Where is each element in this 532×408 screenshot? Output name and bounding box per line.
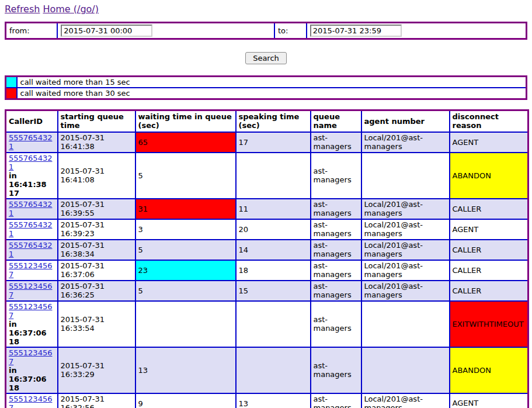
cell-disconnect-reason: CALLER <box>450 281 528 301</box>
caller-link[interactable]: 5557654321 <box>9 154 52 171</box>
cell-wait-time: 13 <box>135 347 236 393</box>
caller-link[interactable]: 5551234567 <box>9 348 52 366</box>
cell-start-time: 2015-07-31 16:39:55 <box>58 199 135 219</box>
cell-callerid: 5557654321 <box>6 132 58 153</box>
caller-link[interactable]: 5557654321 <box>9 220 52 238</box>
legend: call waited more than 15 sec call waited… <box>5 75 527 100</box>
caller-note: in 16:41:38 17 <box>9 171 55 198</box>
cell-queue-name: ast-managers <box>311 281 361 301</box>
header-disconnect-reason: disconnect reason <box>450 110 528 132</box>
cell-wait-time: 65 <box>135 132 236 153</box>
cell-agent-number <box>361 153 450 199</box>
to-date-input[interactable] <box>310 25 402 37</box>
table-row: 55576543212015-07-31 16:41:386517ast-man… <box>6 132 528 153</box>
cell-queue-name: ast-managers <box>311 240 361 260</box>
cell-queue-name: ast-managers <box>311 219 361 240</box>
header-agent-number: agent number <box>361 110 450 132</box>
cell-wait-time: 5 <box>135 281 236 301</box>
filter-row: from: to: <box>6 23 527 39</box>
cell-start-time: 2015-07-31 16:41:08 <box>58 153 135 199</box>
cell-speak-time: 20 <box>236 219 311 240</box>
cell-start-time: 2015-07-31 16:32:56 <box>58 393 135 408</box>
cell-agent-number: Local/201@ast-managers <box>361 240 450 260</box>
to-label: to: <box>274 23 307 39</box>
table-row: 55576543212015-07-31 16:38:34514ast-mana… <box>6 240 528 260</box>
to-cell <box>307 23 527 39</box>
search-row: Search <box>5 52 527 64</box>
cell-queue-name: ast-managers <box>311 347 361 393</box>
cell-speak-time <box>236 153 311 199</box>
cell-wait-time <box>135 301 236 347</box>
cell-speak-time: 11 <box>236 199 311 219</box>
search-button[interactable]: Search <box>245 52 287 64</box>
caller-link[interactable]: 5551234567 <box>9 282 52 299</box>
header-start-time: starting queue time <box>58 110 135 132</box>
header-queue-name: queue name <box>311 110 361 132</box>
cell-callerid: 5551234567 <box>6 260 58 281</box>
cell-queue-name: ast-managers <box>311 153 361 199</box>
table-row: 55576543212015-07-31 16:39:23320ast-mana… <box>6 219 528 240</box>
cell-speak-time <box>236 301 311 347</box>
caller-link[interactable]: 5551234567 <box>9 395 52 408</box>
cell-disconnect-reason: ABANDON <box>450 347 528 393</box>
legend-row-15sec: call waited more than 15 sec <box>6 77 527 88</box>
cell-agent-number: Local/201@ast-managers <box>361 132 450 153</box>
caller-note: in 16:37:06 18 <box>9 366 55 392</box>
cell-wait-time: 5 <box>135 240 236 260</box>
legend-label-15sec: call waited more than 15 sec <box>17 77 527 88</box>
cell-agent-number: Local/201@ast-managers <box>361 199 450 219</box>
from-cell <box>57 23 274 39</box>
caller-link[interactable]: 5557654321 <box>9 241 52 258</box>
header-callerid: CallerID <box>6 110 58 132</box>
table-header-row: CallerID starting queue time waiting tim… <box>6 110 528 132</box>
cell-wait-time: 31 <box>135 199 236 219</box>
cell-queue-name: ast-managers <box>311 301 361 347</box>
home-link[interactable]: Home (/go/) <box>43 4 99 15</box>
cell-agent-number: Local/201@ast-managers <box>361 393 450 408</box>
caller-link[interactable]: 5551234567 <box>9 302 52 320</box>
table-row: 5551234567in 16:37:06 182015-07-31 16:33… <box>6 347 528 393</box>
cell-wait-time: 5 <box>135 153 236 199</box>
cell-agent-number <box>361 301 450 347</box>
date-filter-form: from: to: <box>5 22 527 40</box>
cell-disconnect-reason: EXITWITHTIMEOUT <box>450 301 528 347</box>
cell-disconnect-reason: CALLER <box>450 199 528 219</box>
cell-start-time: 2015-07-31 16:36:25 <box>58 281 135 301</box>
header-speak-time: speaking time (sec) <box>236 110 311 132</box>
table-row: 5557654321in 16:41:38 172015-07-31 16:41… <box>6 153 528 199</box>
header-wait-time: waiting time in queue (sec) <box>135 110 236 132</box>
table-row: 55512345672015-07-31 16:32:56913ast-mana… <box>6 393 528 408</box>
caller-note: in 16:37:06 18 <box>9 320 55 346</box>
caller-link[interactable]: 5557654321 <box>9 133 52 151</box>
legend-row-30sec: call waited more than 30 sec <box>6 88 527 99</box>
refresh-link[interactable]: Refresh <box>5 4 40 15</box>
cell-queue-name: ast-managers <box>311 393 361 408</box>
cell-callerid: 5557654321in 16:41:38 17 <box>6 153 58 199</box>
cell-speak-time: 14 <box>236 240 311 260</box>
cell-start-time: 2015-07-31 16:33:29 <box>58 347 135 393</box>
cell-disconnect-reason: CALLER <box>450 260 528 281</box>
caller-link[interactable]: 5551234567 <box>9 261 52 279</box>
cell-callerid: 5557654321 <box>6 219 58 240</box>
cell-wait-time: 3 <box>135 219 236 240</box>
cell-agent-number: Local/201@ast-managers <box>361 219 450 240</box>
cell-wait-time: 9 <box>135 393 236 408</box>
caller-link[interactable]: 5557654321 <box>9 200 52 217</box>
cell-speak-time: 18 <box>236 260 311 281</box>
cell-disconnect-reason: ABANDON <box>450 153 528 199</box>
table-row: 55512345672015-07-31 16:37:062318ast-man… <box>6 260 528 281</box>
from-date-input[interactable] <box>61 25 152 37</box>
cell-callerid: 5557654321 <box>6 199 58 219</box>
legend-label-30sec: call waited more than 30 sec <box>17 88 527 99</box>
from-label: from: <box>6 23 58 39</box>
cell-disconnect-reason: AGENT <box>450 132 528 153</box>
cell-speak-time <box>236 347 311 393</box>
cell-start-time: 2015-07-31 16:33:54 <box>58 301 135 347</box>
table-row: 55512345672015-07-31 16:36:25515ast-mana… <box>6 281 528 301</box>
cell-callerid: 5551234567 <box>6 393 58 408</box>
cell-disconnect-reason: AGENT <box>450 219 528 240</box>
queue-calls-table: CallerID starting queue time waiting tim… <box>5 109 529 408</box>
cell-queue-name: ast-managers <box>311 199 361 219</box>
cell-agent-number: Local/201@ast-managers <box>361 260 450 281</box>
cell-queue-name: ast-managers <box>311 132 361 153</box>
